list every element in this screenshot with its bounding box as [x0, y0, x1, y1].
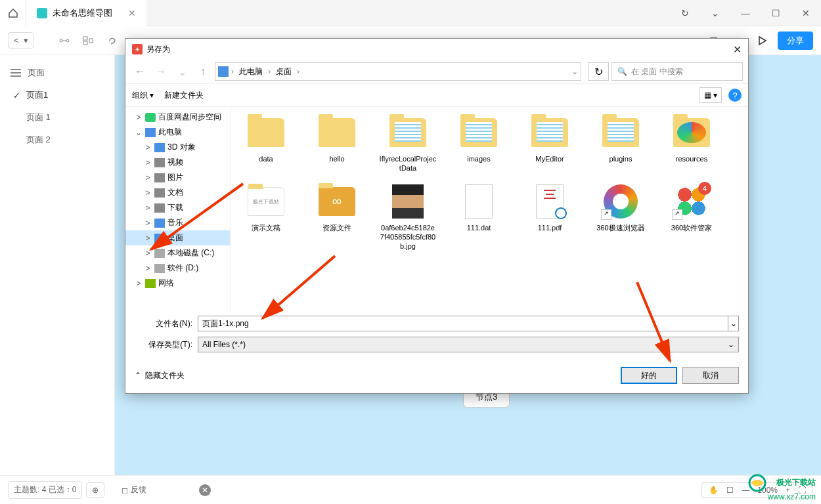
tree-item[interactable]: >文档	[125, 185, 230, 200]
list-icon	[11, 68, 21, 77]
tree-item[interactable]: >下载	[125, 200, 230, 215]
dialog-close-button[interactable]: ✕	[733, 43, 742, 56]
sidebar-page-item[interactable]: 页面 1	[0, 106, 114, 129]
view-mode-button[interactable]: ▦ ▾	[699, 87, 722, 103]
file-item[interactable]: resources	[663, 114, 721, 173]
nav-forward-icon[interactable]: →	[152, 62, 170, 81]
svg-point-0	[60, 39, 62, 42]
hand-tool-icon[interactable]: ✋	[709, 486, 719, 495]
sidebar-page-item[interactable]: 页面1	[0, 84, 114, 106]
dialog-nav: ← → ⌄ ↑ › 此电脑 › 桌面 › ⌄ ↻ 🔍 在 桌面 中搜索	[125, 60, 748, 83]
file-item[interactable]: plugins	[592, 114, 650, 173]
relation-icon[interactable]	[55, 32, 74, 50]
search-icon: 🔍	[617, 67, 627, 76]
tree-item[interactable]: >3D 对象	[125, 140, 230, 155]
tree-item[interactable]: >本地磁盘 (C:)	[125, 245, 230, 261]
tree-item[interactable]: >百度网盘同步空间	[125, 110, 230, 125]
file-item[interactable]: data	[237, 114, 295, 173]
svg-rect-5	[89, 39, 93, 43]
tab-icon	[37, 8, 47, 18]
close-button[interactable]: ✕	[791, 0, 821, 26]
sidebar-header: 页面	[0, 62, 114, 84]
refresh-button[interactable]: ↻	[588, 62, 609, 81]
tree-item[interactable]: >桌面	[125, 230, 230, 245]
dialog-inputs: 文件名(N): ⌄ 保存类型(T): All Files (*.*) ⌄	[125, 310, 748, 360]
attachment-icon[interactable]	[102, 32, 121, 50]
feedback-link[interactable]: ◻ 反馈	[122, 484, 146, 495]
back-button[interactable]: < ▾	[8, 32, 34, 49]
app-icon: ✦	[132, 44, 143, 54]
file-item[interactable]: ∞资源文件	[308, 182, 366, 251]
chevron-down-icon[interactable]: ⌄	[700, 0, 730, 26]
file-item[interactable]: 极光下载站演示文稿	[237, 182, 295, 251]
nav-up-icon[interactable]: ↑	[194, 62, 212, 81]
dialog-title: 另存为	[146, 44, 170, 55]
fit-icon[interactable]: ☐	[726, 486, 734, 495]
file-item[interactable]: 0af6eb24c5182e7f405855fc5fcf80b.jpg	[379, 182, 437, 251]
tree-item[interactable]: >图片	[125, 170, 230, 185]
tree-item[interactable]: ⌄此电脑	[125, 125, 230, 140]
cancel-button[interactable]: 取消	[682, 367, 739, 384]
file-item[interactable]: MyEditor	[521, 114, 579, 173]
filename-input[interactable]	[198, 316, 728, 331]
tree-item[interactable]: >音乐	[125, 215, 230, 230]
tree-item[interactable]: >网络	[125, 276, 230, 291]
filetype-dropdown-icon: ⌄	[728, 340, 734, 349]
filetype-label: 保存类型(T):	[135, 339, 198, 350]
refresh-icon[interactable]: ↻	[670, 0, 700, 26]
sidebar-page-item[interactable]: 页面 2	[0, 129, 114, 151]
organize-menu[interactable]: 组织 ▾	[132, 90, 154, 101]
monitor-icon	[218, 66, 229, 77]
filetype-combo[interactable]: All Files (*.*) ⌄	[198, 337, 739, 352]
watermark: 极光下载站 www.xz7.com	[744, 474, 816, 501]
ok-button[interactable]: 好的	[621, 367, 677, 384]
nav-back-icon[interactable]: ←	[131, 62, 149, 81]
titlebar: 未命名思维导图 ✕ ↻ ⌄ — ☐ ✕	[0, 0, 821, 26]
topic-count: 主题数: 4 已选：0	[8, 481, 82, 499]
file-grid[interactable]: datahelloIflyrecLocalProjectDataimagesMy…	[231, 107, 748, 310]
tab-title: 未命名思维导图	[53, 7, 112, 19]
window-controls: ↻ ⌄ — ☐ ✕	[670, 0, 821, 26]
file-item[interactable]: 4↗360软件管家	[663, 182, 721, 251]
hide-folders-toggle[interactable]: ⌃ 隐藏文件夹	[135, 370, 185, 381]
target-button[interactable]: ⊕	[86, 482, 104, 498]
new-folder-button[interactable]: 新建文件夹	[164, 90, 204, 101]
document-tab[interactable]: 未命名思维导图 ✕	[26, 0, 146, 26]
play-button[interactable]	[751, 30, 772, 51]
maximize-button[interactable]: ☐	[761, 0, 791, 26]
share-button[interactable]: 分享	[778, 32, 813, 50]
dialog-titlebar: ✦ 另存为 ✕	[125, 39, 748, 60]
file-item[interactable]: images	[450, 114, 508, 173]
path-dropdown-icon[interactable]: ⌄	[571, 67, 578, 76]
save-as-dialog: ✦ 另存为 ✕ ← → ⌄ ↑ › 此电脑 › 桌面 › ⌄ ↻ 🔍 在 桌面 …	[125, 38, 749, 394]
file-item[interactable]: hello	[308, 114, 366, 173]
home-button[interactable]	[0, 0, 26, 26]
pages-sidebar: 页面 页面1页面 1页面 2	[0, 55, 115, 475]
statusbar: 主题数: 4 已选：0 ⊕ ◻ 反馈 ✕ ✋ ☐ — 100% + ⛶	[0, 475, 821, 504]
summary-icon[interactable]	[79, 32, 97, 50]
address-bar[interactable]: › 此电脑 › 桌面 › ⌄	[215, 62, 581, 81]
folder-tree[interactable]: >百度网盘同步空间⌄此电脑>3D 对象>视频>图片>文档>下载>音乐>桌面>本地…	[125, 107, 231, 310]
chevron-up-icon: ⌃	[135, 371, 141, 380]
svg-rect-4	[83, 41, 87, 45]
tree-item[interactable]: >软件 (D:)	[125, 261, 230, 276]
filename-label: 文件名(N):	[135, 318, 198, 329]
tab-close-icon[interactable]: ✕	[128, 8, 136, 18]
search-input[interactable]: 🔍 在 桌面 中搜索	[611, 62, 743, 81]
svg-rect-3	[83, 37, 87, 40]
filename-dropdown-icon[interactable]: ⌄	[728, 316, 739, 331]
feedback-icon: ◻	[122, 486, 128, 495]
file-item[interactable]: ↗360极速浏览器	[592, 182, 650, 251]
dialog-body: >百度网盘同步空间⌄此电脑>3D 对象>视频>图片>文档>下载>音乐>桌面>本地…	[125, 107, 748, 310]
svg-point-1	[66, 39, 69, 42]
file-item[interactable]: IflyrecLocalProjectData	[379, 114, 437, 173]
nav-history-icon[interactable]: ⌄	[173, 62, 191, 81]
close-hint-icon[interactable]: ✕	[199, 484, 211, 496]
tree-item[interactable]: >视频	[125, 155, 230, 170]
dialog-footer: ⌃ 隐藏文件夹 好的 取消	[125, 360, 748, 393]
file-item[interactable]: ▬▬▬▬▬▬▬▬111.pdf	[521, 182, 579, 251]
file-item[interactable]: 111.dat	[450, 182, 508, 251]
help-icon[interactable]: ?	[728, 89, 742, 102]
dialog-toolbar: 组织 ▾ 新建文件夹 ▦ ▾ ?	[125, 83, 748, 107]
minimize-button[interactable]: —	[730, 0, 761, 26]
